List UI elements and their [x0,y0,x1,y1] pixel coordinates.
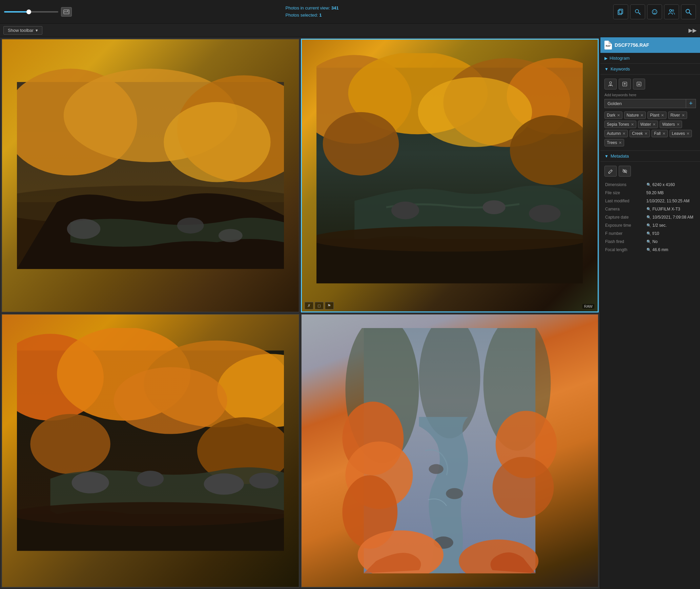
flag-button-2[interactable]: ⚑ [325,302,334,309]
key-button[interactable] [630,4,645,19]
keywords-icon-row [604,79,696,89]
dimensions-value: 🔍 6240 x 4160 [646,182,696,187]
camera-value: 🔍 FUJIFILM X-T3 [646,207,696,211]
photos-in-view-count: 341 [331,5,339,11]
tag-autumn-close[interactable]: ✕ [622,132,625,136]
filename: DSCF7756.RAF [615,42,649,48]
capture-label: Capture date [604,213,646,221]
search-button[interactable] [681,4,696,19]
meta-row-dimensions: Dimensions 🔍 6240 x 4160 [604,181,696,189]
svg-point-31 [529,205,561,222]
tag-nature-close[interactable]: ✕ [640,114,643,117]
top-icons [613,4,696,19]
tag-waters-close[interactable]: ✕ [677,123,680,126]
face-button[interactable] [647,4,662,19]
metadata-edit-button[interactable] [604,166,617,177]
svg-point-42 [71,472,109,493]
reject-button-2[interactable]: ✗ [305,302,313,309]
file-header: RAF DSCF7756.RAF [600,37,700,53]
modified-value: 1/10/2022, 11:50:25 AM [646,199,696,203]
tag-river: River ✕ [668,111,687,119]
tag-leaves-close[interactable]: ✕ [686,132,689,136]
svg-point-30 [483,200,506,214]
tag-creek: Creek ✕ [630,130,650,137]
exposure-label: Exposure time [604,221,646,229]
metadata-hide-button[interactable] [619,166,631,177]
flash-label: Flash fired [604,238,646,246]
photo-cell-4[interactable] [301,314,599,588]
right-panel: RAF DSCF7756.RAF ▶ Histogram ▼ Keywords [600,37,700,589]
keyword-input[interactable] [604,99,686,108]
tag-water-close[interactable]: ✕ [653,123,656,126]
forward-arrows-icon: ▶▶ [688,27,697,34]
unflag-button-2[interactable]: ◻ [315,302,324,309]
fnumber-link-icon: 🔍 [646,231,651,236]
meta-row-modified: Last modified 1/10/2022, 11:50:25 AM [604,197,696,205]
capture-link-icon: 🔍 [646,215,651,220]
zoom-slider[interactable] [4,11,58,13]
chevron-down-icon: ▾ [36,28,38,33]
keyword-input-row: + [604,99,696,108]
top-bar: Photos in current view: 341 Photos selec… [0,0,700,24]
focal-value: 🔍 46.6 mm [646,247,696,252]
copy-button[interactable] [613,4,628,19]
people-button[interactable] [664,4,679,19]
svg-point-44 [204,473,244,495]
svg-point-20 [219,229,243,242]
show-toolbar-label: Show toolbar [8,28,34,33]
tag-fall-close[interactable]: ✕ [662,132,665,136]
flash-link-icon: 🔍 [646,240,651,244]
keywords-section-header[interactable]: ▼ Keywords [600,64,700,75]
slider-container [4,7,279,17]
fnumber-value: 🔍 f/10 [646,231,696,236]
flash-value: 🔍 No [646,239,696,244]
metadata-table: Dimensions 🔍 6240 x 4160 File size 59.20… [604,181,696,254]
tag-trees: Trees ✕ [604,139,624,146]
svg-point-29 [391,202,419,219]
svg-rect-2 [618,10,622,15]
svg-point-1 [67,10,68,11]
keyword-person-button[interactable] [604,79,617,89]
meta-row-filesize: File size 59.20 MB [604,189,696,197]
tag-river-close[interactable]: ✕ [682,114,685,117]
photo-count-info: Photos in current view: 341 Photos selec… [286,5,339,19]
show-toolbar-button[interactable]: Show toolbar ▾ [3,26,42,35]
exposure-link-icon: 🔍 [646,223,651,228]
svg-rect-3 [619,9,623,14]
metadata-section-header[interactable]: ▼ Metadata [600,151,700,162]
main-layout: ✗ ◻ ⚑ RAW [0,37,700,589]
histogram-section-header[interactable]: ▶ Histogram [600,53,700,64]
svg-point-58 [446,488,463,499]
dimensions-link-icon: 🔍 [646,183,651,187]
svg-point-6 [653,11,654,12]
svg-point-40 [30,414,110,474]
meta-row-capture: Capture date 🔍 10/5/2021, 7:09:08 AM [604,213,696,221]
photo-image-1 [2,39,299,312]
metadata-body: Dimensions 🔍 6240 x 4160 File size 59.20… [600,162,700,258]
tag-trees-close[interactable]: ✕ [619,141,622,145]
tag-dark-close[interactable]: ✕ [617,114,620,117]
histogram-arrow-icon: ▶ [604,56,608,61]
metadata-arrow-icon: ▼ [604,154,609,159]
photo-cell-1[interactable] [1,39,300,312]
photo-cell-3[interactable] [1,314,300,588]
tag-sepia-tones-close[interactable]: ✕ [631,123,634,126]
svg-point-45 [249,473,279,489]
tag-dark: Dark ✕ [604,111,622,119]
svg-point-18 [67,219,100,239]
filesize-label: File size [604,189,646,197]
file-icon: RAF [604,41,612,49]
tag-leaves: Leaves ✕ [670,130,692,137]
tag-creek-close[interactable]: ✕ [644,132,647,136]
meta-row-exposure: Exposure time 🔍 1/2 sec. [604,221,696,229]
toolbar-bar: Show toolbar ▾ ▶▶ [0,24,700,37]
keywords-title: Keywords [611,66,630,72]
keyword-up-button[interactable] [619,79,631,89]
photo-cell-2[interactable]: ✗ ◻ ⚑ RAW [301,39,599,312]
meta-row-focal: Focal length 🔍 46.6 mm [604,246,696,254]
keyword-tags: Dark ✕ Nature ✕ Plant ✕ River ✕ Sepia To… [604,111,696,146]
tag-nature: Nature ✕ [624,111,646,119]
keyword-down-button[interactable] [633,79,645,89]
keyword-add-button[interactable]: + [686,99,696,108]
tag-plant-close[interactable]: ✕ [661,114,664,117]
